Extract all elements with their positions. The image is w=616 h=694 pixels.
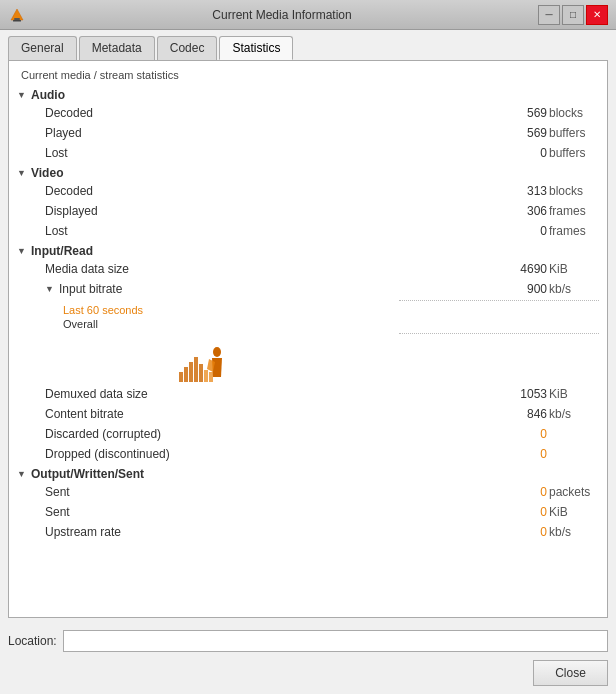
close-window-button[interactable]: ✕ [586, 5, 608, 25]
video-arrow: ▼ [17, 168, 31, 178]
mini-chart-container [59, 337, 599, 382]
dropped-value: 0 [497, 445, 547, 463]
content-area: Current media / stream statistics ▼ Audi… [0, 60, 616, 626]
output-header: ▼ Output/Written/Sent [17, 466, 599, 482]
video-lost-row: Lost 0 frames [45, 221, 599, 241]
mini-chart [179, 342, 239, 382]
input-bitrate-header: ▼ Input bitrate 900 kb/s [45, 281, 599, 297]
dropped-row: Dropped (discontinued) 0 [45, 444, 599, 464]
sent-kib-value: 0 [497, 503, 547, 521]
maximize-button[interactable]: □ [562, 5, 584, 25]
video-displayed-row: Displayed 306 frames [45, 201, 599, 221]
video-header: ▼ Video [17, 165, 599, 181]
dotted-divider-1 [399, 300, 599, 301]
location-bar: Location: [0, 626, 616, 656]
video-decoded-value: 313 [497, 182, 547, 200]
bitrate-chart-section: Last 60 seconds Overall [59, 304, 599, 382]
minimize-button[interactable]: ─ [538, 5, 560, 25]
audio-decoded-unit: blocks [549, 104, 599, 122]
media-data-size-value: 4690 [497, 260, 547, 278]
bitrate-labels: Last 60 seconds Overall [59, 304, 599, 330]
media-data-size-row: Media data size 4690 KiB [45, 259, 599, 279]
video-decoded-unit: blocks [549, 182, 599, 200]
window-controls: ─ □ ✕ [538, 5, 608, 25]
location-input[interactable] [63, 630, 608, 652]
media-data-size-unit: KiB [549, 260, 599, 278]
media-data-size-name: Media data size [45, 260, 497, 278]
video-decoded-name: Decoded [45, 182, 497, 200]
panel-header: Current media / stream statistics [17, 67, 599, 85]
last-60-label: Last 60 seconds [63, 304, 599, 316]
audio-arrow: ▼ [17, 90, 31, 100]
audio-played-row: Played 569 buffers [45, 123, 599, 143]
audio-decoded-row: Decoded 569 blocks [45, 103, 599, 123]
input-read-children: Media data size 4690 KiB ▼ Input bitrate… [45, 259, 599, 382]
dropped-name: Dropped (discontinued) [45, 445, 497, 463]
audio-decoded-value: 569 [497, 104, 547, 122]
demuxed-rows: Demuxed data size 1053 KiB Content bitra… [45, 384, 599, 464]
tab-statistics[interactable]: Statistics [219, 36, 293, 60]
audio-lost-value: 0 [497, 144, 547, 162]
input-read-label: Input/Read [31, 244, 93, 258]
content-bitrate-value: 846 [497, 405, 547, 423]
video-lost-unit: frames [549, 222, 599, 240]
svg-rect-8 [204, 370, 208, 382]
input-bitrate-unit: kb/s [549, 282, 599, 296]
video-lost-name: Lost [45, 222, 497, 240]
window-title: Current Media Information [26, 8, 538, 22]
video-displayed-name: Displayed [45, 202, 497, 220]
input-bitrate-name: Input bitrate [59, 282, 497, 296]
audio-header: ▼ Audio [17, 87, 599, 103]
svg-rect-2 [13, 20, 21, 22]
audio-decoded-name: Decoded [45, 104, 497, 122]
upstream-rate-value: 0 [497, 523, 547, 541]
sent-kib-name: Sent [45, 503, 497, 521]
tab-general[interactable]: General [8, 36, 77, 60]
svg-rect-4 [184, 367, 188, 382]
svg-rect-9 [209, 372, 213, 382]
close-row: Close [0, 656, 616, 694]
audio-played-name: Played [45, 124, 497, 142]
upstream-rate-name: Upstream rate [45, 523, 497, 541]
input-read-header: ▼ Input/Read [17, 243, 599, 259]
video-lost-value: 0 [497, 222, 547, 240]
output-arrow: ▼ [17, 469, 31, 479]
tab-metadata[interactable]: Metadata [79, 36, 155, 60]
video-section: ▼ Video Decoded 313 blocks Displayed 306… [17, 165, 599, 241]
sent-kib-unit: KiB [549, 503, 599, 521]
input-read-section: ▼ Input/Read Media data size 4690 KiB ▼ … [17, 243, 599, 382]
demuxed-data-size-unit: KiB [549, 385, 599, 403]
stats-panel: Current media / stream statistics ▼ Audi… [8, 60, 608, 618]
dotted-divider-2 [399, 333, 599, 334]
discarded-name: Discarded (corrupted) [45, 425, 497, 443]
audio-lost-unit: buffers [549, 144, 599, 162]
vlc-icon [8, 6, 26, 24]
sent-kib-row: Sent 0 KiB [45, 502, 599, 522]
sent-packets-unit: packets [549, 483, 599, 501]
video-decoded-row: Decoded 313 blocks [45, 181, 599, 201]
content-bitrate-unit: kb/s [549, 405, 599, 423]
location-label: Location: [8, 634, 57, 648]
svg-point-10 [213, 347, 221, 357]
audio-played-unit: buffers [549, 124, 599, 142]
output-label: Output/Written/Sent [31, 467, 144, 481]
sent-packets-name: Sent [45, 483, 497, 501]
overall-label: Overall [63, 318, 599, 330]
upstream-rate-row: Upstream rate 0 kb/s [45, 522, 599, 542]
audio-lost-name: Lost [45, 144, 497, 162]
audio-children: Decoded 569 blocks Played 569 buffers Lo… [45, 103, 599, 163]
tab-codec[interactable]: Codec [157, 36, 218, 60]
video-displayed-value: 306 [497, 202, 547, 220]
content-bitrate-row: Content bitrate 846 kb/s [45, 404, 599, 424]
close-button[interactable]: Close [533, 660, 608, 686]
tab-bar: General Metadata Codec Statistics [0, 30, 616, 60]
input-bitrate-section: ▼ Input bitrate 900 kb/s Last 60 seconds… [45, 281, 599, 382]
content-bitrate-name: Content bitrate [45, 405, 497, 423]
svg-rect-1 [14, 18, 20, 20]
demuxed-data-size-name: Demuxed data size [45, 385, 497, 403]
output-children: Sent 0 packets Sent 0 KiB Upstream rate … [45, 482, 599, 542]
video-label: Video [31, 166, 63, 180]
audio-lost-row: Lost 0 buffers [45, 143, 599, 163]
svg-rect-6 [194, 357, 198, 382]
demuxed-data-size-row: Demuxed data size 1053 KiB [45, 384, 599, 404]
